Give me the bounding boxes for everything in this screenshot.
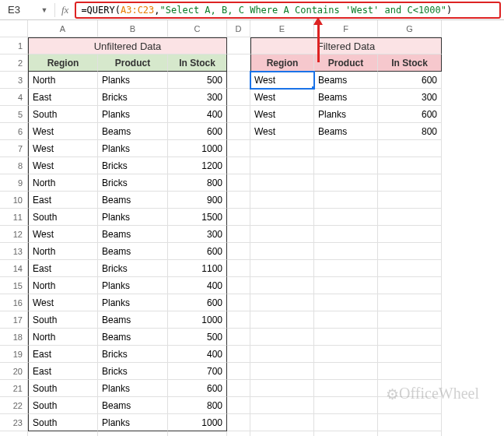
data-cell[interactable]: [378, 414, 442, 431]
data-cell[interactable]: Planks: [314, 106, 378, 123]
data-cell[interactable]: [314, 431, 378, 436]
data-cell[interactable]: North: [28, 329, 98, 346]
data-cell[interactable]: [378, 346, 442, 363]
data-cell[interactable]: Beams: [98, 226, 168, 243]
data-cell[interactable]: 900: [168, 192, 227, 209]
data-cell[interactable]: [250, 260, 314, 277]
data-cell[interactable]: 600: [378, 72, 442, 89]
data-cell[interactable]: [378, 157, 442, 174]
filtered-title[interactable]: Filtered Data: [250, 37, 442, 54]
data-cell[interactable]: [250, 380, 314, 397]
data-cell[interactable]: [378, 311, 442, 329]
data-cell[interactable]: West: [28, 294, 98, 311]
data-cell[interactable]: [378, 277, 442, 294]
row-header[interactable]: 3: [0, 72, 28, 89]
row-header[interactable]: 4: [0, 89, 28, 106]
filtered-header[interactable]: In Stock: [378, 54, 442, 72]
data-cell[interactable]: [314, 414, 378, 431]
row-header[interactable]: 13: [0, 243, 28, 260]
data-cell[interactable]: East: [28, 260, 98, 277]
data-cell[interactable]: [314, 294, 378, 311]
data-cell[interactable]: [314, 397, 378, 414]
data-cell[interactable]: West: [28, 226, 98, 243]
unfiltered-title[interactable]: Unfiltered Data: [28, 37, 227, 54]
data-cell[interactable]: Bricks: [98, 174, 168, 192]
row-header[interactable]: 22: [0, 397, 28, 414]
column-header[interactable]: E: [250, 20, 314, 37]
data-cell[interactable]: [378, 140, 442, 157]
row-header[interactable]: 20: [0, 363, 28, 380]
data-cell[interactable]: East: [28, 89, 98, 106]
data-cell[interactable]: West: [250, 123, 314, 140]
data-cell[interactable]: [378, 260, 442, 277]
row-header[interactable]: 2: [0, 54, 28, 72]
data-cell[interactable]: [314, 346, 378, 363]
data-cell[interactable]: Planks: [98, 294, 168, 311]
data-cell[interactable]: Planks: [98, 414, 168, 431]
column-header[interactable]: G: [378, 20, 442, 37]
row-header[interactable]: 24: [0, 431, 28, 436]
row-header[interactable]: 15: [0, 277, 28, 294]
data-cell[interactable]: [314, 277, 378, 294]
data-cell[interactable]: [314, 363, 378, 380]
formula-bar[interactable]: =QUERY(A3:C23,"Select A, B, C Where A Co…: [75, 2, 501, 19]
data-cell[interactable]: 500: [168, 72, 227, 89]
row-header[interactable]: 1: [0, 37, 28, 54]
column-header[interactable]: F: [314, 20, 378, 37]
row-header[interactable]: 23: [0, 414, 28, 431]
data-cell[interactable]: 600: [168, 380, 227, 397]
data-cell[interactable]: South: [28, 397, 98, 414]
data-cell[interactable]: Bricks: [98, 363, 168, 380]
data-cell[interactable]: [314, 140, 378, 157]
data-cell[interactable]: 1000: [168, 414, 227, 431]
data-cell[interactable]: East: [28, 363, 98, 380]
spreadsheet-grid[interactable]: ABCDEFG1Unfiltered DataFiltered Data2Reg…: [0, 20, 504, 436]
data-cell[interactable]: West: [250, 89, 314, 106]
data-cell[interactable]: [250, 431, 314, 436]
data-cell[interactable]: [378, 363, 442, 380]
data-cell[interactable]: 500: [168, 329, 227, 346]
data-cell[interactable]: Beams: [314, 89, 378, 106]
name-box[interactable]: E3: [0, 4, 40, 16]
data-cell[interactable]: Beams: [98, 329, 168, 346]
data-cell[interactable]: 400: [168, 346, 227, 363]
filtered-header[interactable]: Product: [314, 54, 378, 72]
row-header[interactable]: 19: [0, 346, 28, 363]
column-header[interactable]: D: [227, 20, 250, 37]
data-cell[interactable]: Bricks: [98, 260, 168, 277]
data-cell[interactable]: Planks: [98, 209, 168, 226]
column-header[interactable]: A: [28, 20, 98, 37]
row-header[interactable]: 5: [0, 106, 28, 123]
data-cell[interactable]: East: [28, 346, 98, 363]
data-cell[interactable]: 600: [168, 243, 227, 260]
row-header[interactable]: 17: [0, 311, 28, 329]
data-cell[interactable]: [250, 294, 314, 311]
data-cell[interactable]: [98, 431, 168, 436]
data-cell[interactable]: [314, 174, 378, 192]
data-cell[interactable]: [250, 243, 314, 260]
data-cell[interactable]: South: [28, 414, 98, 431]
row-header[interactable]: 10: [0, 192, 28, 209]
data-cell[interactable]: [250, 397, 314, 414]
data-cell[interactable]: [250, 311, 314, 329]
data-cell[interactable]: Bricks: [98, 157, 168, 174]
data-cell[interactable]: 600: [168, 294, 227, 311]
data-cell[interactable]: Planks: [98, 277, 168, 294]
data-cell[interactable]: 400: [168, 277, 227, 294]
data-cell[interactable]: [314, 380, 378, 397]
unfiltered-header[interactable]: Region: [28, 54, 98, 72]
data-cell[interactable]: Bricks: [98, 89, 168, 106]
data-cell[interactable]: [378, 397, 442, 414]
column-header[interactable]: B: [98, 20, 168, 37]
data-cell[interactable]: South: [28, 106, 98, 123]
data-cell[interactable]: [378, 192, 442, 209]
row-header[interactable]: 7: [0, 140, 28, 157]
column-header[interactable]: C: [168, 20, 227, 37]
data-cell[interactable]: 1000: [168, 311, 227, 329]
data-cell[interactable]: [314, 243, 378, 260]
data-cell[interactable]: [250, 174, 314, 192]
data-cell[interactable]: Beams: [98, 192, 168, 209]
data-cell[interactable]: [314, 157, 378, 174]
data-cell[interactable]: 300: [378, 89, 442, 106]
data-cell[interactable]: Beams: [98, 311, 168, 329]
